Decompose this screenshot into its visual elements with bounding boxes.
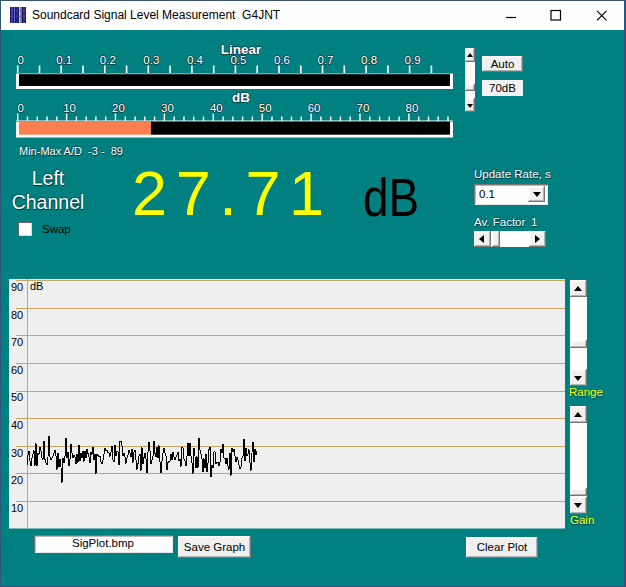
svg-text:0.1: 0.1	[56, 54, 72, 66]
svg-text:30: 30	[161, 102, 174, 114]
svg-text:10: 10	[63, 102, 76, 114]
svg-text:0.7: 0.7	[318, 54, 334, 66]
svg-text:50: 50	[259, 102, 272, 114]
svg-text:70: 70	[11, 336, 23, 348]
svg-text:90: 90	[11, 281, 23, 293]
svg-text:0.2: 0.2	[100, 54, 116, 66]
svg-text:30: 30	[11, 447, 23, 459]
svg-text:dB: dB	[232, 90, 250, 105]
svg-text:70: 70	[357, 102, 370, 114]
svg-text:60: 60	[11, 364, 23, 376]
svg-text:0.8: 0.8	[361, 54, 377, 66]
svg-text:0.5: 0.5	[230, 54, 246, 66]
svg-text:0: 0	[17, 102, 23, 114]
svg-text:80: 80	[406, 102, 419, 114]
svg-text:0.9: 0.9	[405, 54, 421, 66]
svg-text:40: 40	[210, 102, 223, 114]
svg-text:20: 20	[112, 102, 125, 114]
svg-text:10: 10	[11, 502, 23, 514]
svg-text:50: 50	[11, 391, 23, 403]
svg-text:80: 80	[11, 309, 23, 321]
svg-text:0: 0	[17, 54, 23, 66]
svg-text:0.6: 0.6	[274, 54, 290, 66]
svg-text:0.3: 0.3	[143, 54, 159, 66]
svg-text:60: 60	[308, 102, 321, 114]
svg-text:40: 40	[11, 419, 23, 431]
svg-text:20: 20	[11, 474, 23, 486]
svg-text:dB: dB	[30, 280, 43, 292]
svg-text:0.4: 0.4	[187, 54, 204, 66]
